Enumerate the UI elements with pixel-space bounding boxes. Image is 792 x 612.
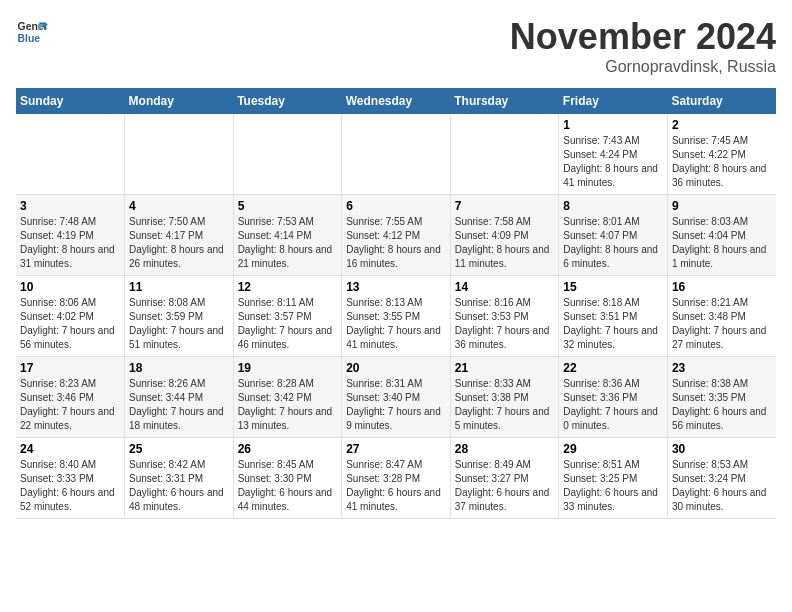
calendar-cell: 30Sunrise: 8:53 AMSunset: 3:24 PMDayligh…	[667, 438, 776, 519]
title-block: November 2024 Gornopravdinsk, Russia	[510, 16, 776, 76]
calendar-week-5: 24Sunrise: 8:40 AMSunset: 3:33 PMDayligh…	[16, 438, 776, 519]
day-number: 19	[238, 361, 338, 375]
calendar-cell: 7Sunrise: 7:58 AMSunset: 4:09 PMDaylight…	[450, 195, 559, 276]
day-number: 15	[563, 280, 663, 294]
calendar-cell: 29Sunrise: 8:51 AMSunset: 3:25 PMDayligh…	[559, 438, 668, 519]
day-number: 20	[346, 361, 446, 375]
day-info: Sunrise: 7:55 AMSunset: 4:12 PMDaylight:…	[346, 215, 446, 271]
day-info: Sunrise: 8:33 AMSunset: 3:38 PMDaylight:…	[455, 377, 555, 433]
day-info: Sunrise: 8:36 AMSunset: 3:36 PMDaylight:…	[563, 377, 663, 433]
location-title: Gornopravdinsk, Russia	[510, 58, 776, 76]
calendar-cell: 10Sunrise: 8:06 AMSunset: 4:02 PMDayligh…	[16, 276, 125, 357]
calendar-week-4: 17Sunrise: 8:23 AMSunset: 3:46 PMDayligh…	[16, 357, 776, 438]
calendar-cell: 6Sunrise: 7:55 AMSunset: 4:12 PMDaylight…	[342, 195, 451, 276]
calendar-cell: 14Sunrise: 8:16 AMSunset: 3:53 PMDayligh…	[450, 276, 559, 357]
day-number: 18	[129, 361, 229, 375]
day-info: Sunrise: 7:45 AMSunset: 4:22 PMDaylight:…	[672, 134, 772, 190]
col-friday: Friday	[559, 88, 668, 114]
day-info: Sunrise: 8:47 AMSunset: 3:28 PMDaylight:…	[346, 458, 446, 514]
day-info: Sunrise: 8:51 AMSunset: 3:25 PMDaylight:…	[563, 458, 663, 514]
calendar-cell: 9Sunrise: 8:03 AMSunset: 4:04 PMDaylight…	[667, 195, 776, 276]
calendar-cell: 27Sunrise: 8:47 AMSunset: 3:28 PMDayligh…	[342, 438, 451, 519]
calendar-table: Sunday Monday Tuesday Wednesday Thursday…	[16, 88, 776, 519]
calendar-cell: 26Sunrise: 8:45 AMSunset: 3:30 PMDayligh…	[233, 438, 342, 519]
day-info: Sunrise: 8:11 AMSunset: 3:57 PMDaylight:…	[238, 296, 338, 352]
calendar-cell: 4Sunrise: 7:50 AMSunset: 4:17 PMDaylight…	[125, 195, 234, 276]
day-info: Sunrise: 8:01 AMSunset: 4:07 PMDaylight:…	[563, 215, 663, 271]
calendar-cell: 19Sunrise: 8:28 AMSunset: 3:42 PMDayligh…	[233, 357, 342, 438]
calendar-cell: 11Sunrise: 8:08 AMSunset: 3:59 PMDayligh…	[125, 276, 234, 357]
day-number: 28	[455, 442, 555, 456]
day-info: Sunrise: 8:40 AMSunset: 3:33 PMDaylight:…	[20, 458, 120, 514]
day-info: Sunrise: 8:23 AMSunset: 3:46 PMDaylight:…	[20, 377, 120, 433]
day-info: Sunrise: 8:08 AMSunset: 3:59 PMDaylight:…	[129, 296, 229, 352]
day-number: 25	[129, 442, 229, 456]
calendar-cell	[125, 114, 234, 195]
calendar-cell: 21Sunrise: 8:33 AMSunset: 3:38 PMDayligh…	[450, 357, 559, 438]
day-number: 16	[672, 280, 772, 294]
day-number: 30	[672, 442, 772, 456]
day-number: 11	[129, 280, 229, 294]
calendar-week-2: 3Sunrise: 7:48 AMSunset: 4:19 PMDaylight…	[16, 195, 776, 276]
day-number: 24	[20, 442, 120, 456]
calendar-cell	[233, 114, 342, 195]
day-info: Sunrise: 8:16 AMSunset: 3:53 PMDaylight:…	[455, 296, 555, 352]
day-number: 4	[129, 199, 229, 213]
calendar-cell: 28Sunrise: 8:49 AMSunset: 3:27 PMDayligh…	[450, 438, 559, 519]
calendar-cell	[450, 114, 559, 195]
calendar-week-3: 10Sunrise: 8:06 AMSunset: 4:02 PMDayligh…	[16, 276, 776, 357]
calendar-cell: 17Sunrise: 8:23 AMSunset: 3:46 PMDayligh…	[16, 357, 125, 438]
day-info: Sunrise: 7:43 AMSunset: 4:24 PMDaylight:…	[563, 134, 663, 190]
day-info: Sunrise: 8:03 AMSunset: 4:04 PMDaylight:…	[672, 215, 772, 271]
calendar-cell: 8Sunrise: 8:01 AMSunset: 4:07 PMDaylight…	[559, 195, 668, 276]
calendar-cell: 24Sunrise: 8:40 AMSunset: 3:33 PMDayligh…	[16, 438, 125, 519]
col-monday: Monday	[125, 88, 234, 114]
day-number: 1	[563, 118, 663, 132]
day-number: 3	[20, 199, 120, 213]
calendar-cell: 18Sunrise: 8:26 AMSunset: 3:44 PMDayligh…	[125, 357, 234, 438]
calendar-cell: 23Sunrise: 8:38 AMSunset: 3:35 PMDayligh…	[667, 357, 776, 438]
day-number: 9	[672, 199, 772, 213]
day-number: 5	[238, 199, 338, 213]
day-info: Sunrise: 7:50 AMSunset: 4:17 PMDaylight:…	[129, 215, 229, 271]
calendar-cell	[16, 114, 125, 195]
day-info: Sunrise: 7:58 AMSunset: 4:09 PMDaylight:…	[455, 215, 555, 271]
col-wednesday: Wednesday	[342, 88, 451, 114]
day-info: Sunrise: 8:18 AMSunset: 3:51 PMDaylight:…	[563, 296, 663, 352]
logo: General Blue	[16, 16, 48, 48]
day-info: Sunrise: 8:28 AMSunset: 3:42 PMDaylight:…	[238, 377, 338, 433]
day-number: 12	[238, 280, 338, 294]
day-info: Sunrise: 8:42 AMSunset: 3:31 PMDaylight:…	[129, 458, 229, 514]
calendar-cell: 3Sunrise: 7:48 AMSunset: 4:19 PMDaylight…	[16, 195, 125, 276]
calendar-cell: 5Sunrise: 7:53 AMSunset: 4:14 PMDaylight…	[233, 195, 342, 276]
calendar-cell: 1Sunrise: 7:43 AMSunset: 4:24 PMDaylight…	[559, 114, 668, 195]
day-info: Sunrise: 7:48 AMSunset: 4:19 PMDaylight:…	[20, 215, 120, 271]
calendar-cell: 15Sunrise: 8:18 AMSunset: 3:51 PMDayligh…	[559, 276, 668, 357]
col-saturday: Saturday	[667, 88, 776, 114]
col-sunday: Sunday	[16, 88, 125, 114]
day-number: 8	[563, 199, 663, 213]
day-info: Sunrise: 8:06 AMSunset: 4:02 PMDaylight:…	[20, 296, 120, 352]
day-number: 27	[346, 442, 446, 456]
day-number: 29	[563, 442, 663, 456]
day-info: Sunrise: 8:49 AMSunset: 3:27 PMDaylight:…	[455, 458, 555, 514]
day-number: 21	[455, 361, 555, 375]
col-tuesday: Tuesday	[233, 88, 342, 114]
calendar-header-row: Sunday Monday Tuesday Wednesday Thursday…	[16, 88, 776, 114]
day-number: 10	[20, 280, 120, 294]
day-number: 6	[346, 199, 446, 213]
day-number: 2	[672, 118, 772, 132]
day-info: Sunrise: 8:26 AMSunset: 3:44 PMDaylight:…	[129, 377, 229, 433]
day-info: Sunrise: 7:53 AMSunset: 4:14 PMDaylight:…	[238, 215, 338, 271]
calendar-week-1: 1Sunrise: 7:43 AMSunset: 4:24 PMDaylight…	[16, 114, 776, 195]
day-info: Sunrise: 8:53 AMSunset: 3:24 PMDaylight:…	[672, 458, 772, 514]
day-number: 17	[20, 361, 120, 375]
day-number: 26	[238, 442, 338, 456]
calendar-cell: 12Sunrise: 8:11 AMSunset: 3:57 PMDayligh…	[233, 276, 342, 357]
calendar-cell	[342, 114, 451, 195]
svg-text:Blue: Blue	[18, 33, 41, 44]
page-header: General Blue November 2024 Gornopravdins…	[16, 16, 776, 76]
day-info: Sunrise: 8:45 AMSunset: 3:30 PMDaylight:…	[238, 458, 338, 514]
calendar-cell: 22Sunrise: 8:36 AMSunset: 3:36 PMDayligh…	[559, 357, 668, 438]
calendar-cell: 20Sunrise: 8:31 AMSunset: 3:40 PMDayligh…	[342, 357, 451, 438]
